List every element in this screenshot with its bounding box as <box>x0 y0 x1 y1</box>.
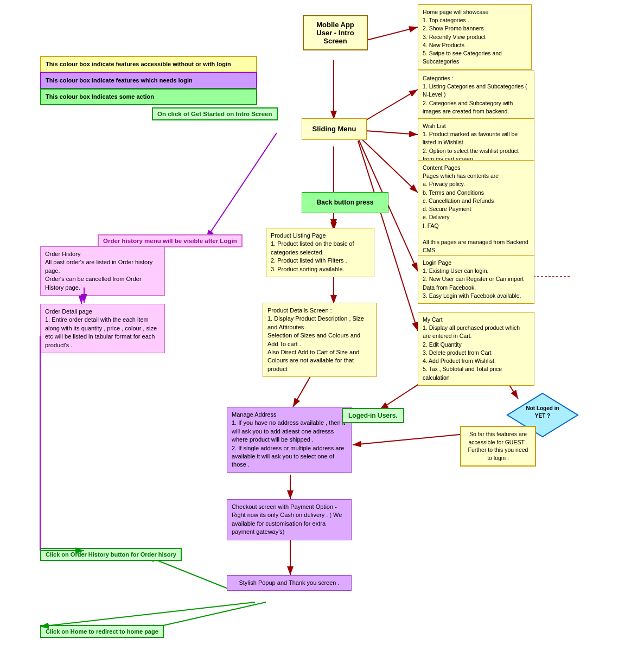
product-details-box: Product Details Screen : 1. Display Prod… <box>263 303 377 377</box>
svg-line-32 <box>40 602 255 627</box>
intro-click-label: On click of Get Started on Intro Screen <box>152 107 278 120</box>
svg-line-4 <box>365 27 418 41</box>
content-pages-note: Content Pages Pages which has contents a… <box>418 160 534 258</box>
home-redirect-label: Click on Home to redirect to home page <box>40 625 164 638</box>
homepage-note: Home page will showcase 1. Top categorie… <box>418 4 532 70</box>
back-button-box: Back button press <box>302 192 388 213</box>
logged-in-label: Loged-in Users. <box>342 408 404 423</box>
categories-note: Categories : 1. Listing Categories and S… <box>418 71 534 119</box>
login-page-note: Login Page 1. Existing User can login. 2… <box>418 255 534 304</box>
order-history-box: Order History All past order's are liste… <box>40 246 165 296</box>
sliding-menu-box: Sliding Menu <box>302 118 367 140</box>
order-detail-box: Order Detail page 1. Entire order detail… <box>40 304 165 353</box>
mycart-note: My Cart 1. Display all purchased product… <box>418 312 534 386</box>
legend-yellow: This colour box indicate features access… <box>40 56 257 73</box>
legend-purple: This colour box Indicate features which … <box>40 72 257 89</box>
svg-line-21 <box>146 602 266 629</box>
svg-line-7 <box>358 130 418 135</box>
svg-line-20 <box>146 556 228 589</box>
thank-you-box: Stylish Popup and Thank you screen . <box>227 575 352 591</box>
legend-green: This colour box Indicates some action <box>40 88 257 105</box>
manage-address-box: Manage Address 1. If you have no address… <box>227 407 352 473</box>
svg-line-8 <box>358 136 418 193</box>
checkout-box: Checkout screen with Payment Option - Ri… <box>227 499 352 540</box>
svg-line-24 <box>206 133 277 239</box>
svg-line-6 <box>358 90 418 125</box>
svg-text:YET ?: YET ? <box>535 413 550 419</box>
diagram-container: This colour box indicate features access… <box>0 0 644 651</box>
order-history-btn-label: Click on Order History button for Order … <box>40 548 182 561</box>
product-listing-box: Product Listing Page 1. Product listed o… <box>266 228 374 277</box>
svg-text:Not Loged in: Not Loged in <box>526 405 559 411</box>
title-box: Mobile App User - Intro Screen <box>303 15 368 50</box>
guest-box: So far this features are accessible for … <box>460 426 536 467</box>
order-history-menu-label: Order history menu will be visible after… <box>98 234 243 247</box>
